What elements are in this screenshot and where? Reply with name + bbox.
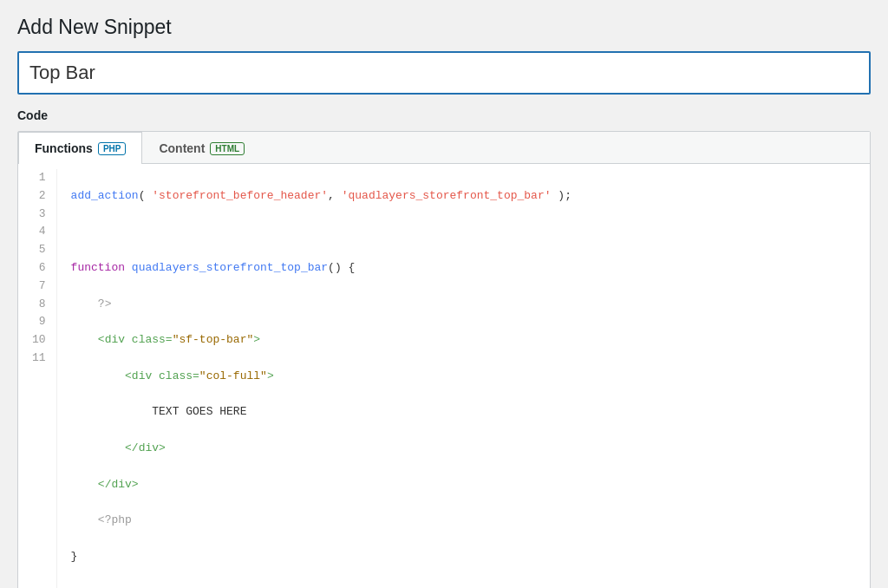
line-numbers: 1 2 3 4 5 6 7 8 9 10 11 (18, 169, 57, 588)
code-label: Code (17, 108, 871, 122)
tabs-header: Functions PHP Content HTML (18, 132, 870, 164)
page-title: Add New Snippet (17, 16, 871, 39)
code-content[interactable]: add_action( 'storefront_before_header', … (57, 169, 870, 588)
tab-functions[interactable]: Functions PHP (18, 132, 142, 164)
tab-functions-badge: PHP (98, 142, 127, 155)
tab-content-badge: HTML (210, 142, 245, 155)
snippet-name-input[interactable] (17, 51, 871, 95)
tab-content-label: Content (159, 141, 205, 155)
code-editor[interactable]: 1 2 3 4 5 6 7 8 9 10 11 add_action( 'sto… (18, 164, 870, 588)
tab-functions-label: Functions (35, 141, 93, 155)
tab-content[interactable]: Content HTML (142, 132, 261, 164)
code-tabs-wrapper: Functions PHP Content HTML 1 2 3 4 5 6 7… (17, 131, 871, 588)
